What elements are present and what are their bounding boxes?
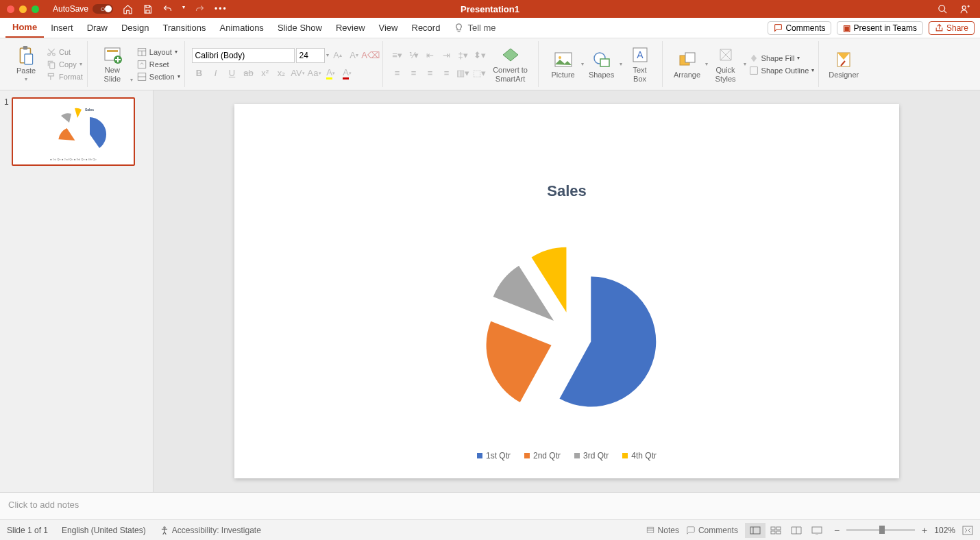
comments-status-button[interactable]: Comments bbox=[686, 526, 738, 535]
italic-button[interactable]: I bbox=[208, 66, 223, 81]
numbering-button[interactable]: ⅟▾ bbox=[406, 48, 421, 63]
reading-view-button[interactable] bbox=[786, 523, 807, 538]
align-right-button[interactable]: ≡ bbox=[423, 66, 438, 81]
cut-button[interactable]: Cut bbox=[47, 47, 83, 57]
arrange-button[interactable]: Arrange bbox=[670, 50, 705, 79]
comment-icon bbox=[686, 526, 696, 535]
normal-view-button[interactable] bbox=[745, 523, 765, 538]
slide-canvas-area[interactable]: Sales 1st Qtr 2nd Qtr 3rd Qtr 4th Qtr bbox=[154, 90, 980, 492]
tab-slideshow[interactable]: Slide Show bbox=[271, 18, 329, 38]
tab-draw[interactable]: Draw bbox=[80, 18, 114, 38]
new-slide-icon bbox=[103, 46, 122, 64]
justify-button[interactable]: ≡ bbox=[439, 66, 454, 81]
tab-home[interactable]: Home bbox=[5, 18, 44, 38]
zoom-value[interactable]: 102% bbox=[934, 526, 955, 535]
accessibility-button[interactable]: Accessibility: Investigate bbox=[160, 526, 261, 535]
paste-button[interactable]: Paste ▾ bbox=[8, 46, 44, 82]
slide[interactable]: Sales 1st Qtr 2nd Qtr 3rd Qtr 4th Qtr bbox=[234, 104, 899, 478]
decrease-indent-button[interactable]: ⇤ bbox=[423, 48, 438, 63]
tab-transitions[interactable]: Transitions bbox=[156, 18, 212, 38]
zoom-slider[interactable] bbox=[846, 529, 915, 531]
designer-button[interactable]: Designer bbox=[826, 50, 861, 79]
present-teams-button[interactable]: ▣ Present in Teams bbox=[837, 21, 923, 35]
quick-styles-button[interactable]: Quick Styles bbox=[708, 45, 744, 82]
section-button[interactable]: Section▾ bbox=[137, 72, 180, 82]
tell-me[interactable]: Tell me bbox=[454, 23, 495, 33]
cut-icon bbox=[47, 47, 56, 57]
new-slide-button[interactable]: New Slide bbox=[95, 45, 130, 82]
font-name-input[interactable] bbox=[192, 48, 295, 63]
underline-button[interactable]: U bbox=[225, 66, 240, 81]
home-icon[interactable] bbox=[123, 4, 133, 14]
shapes-button[interactable]: Shapes bbox=[584, 50, 620, 79]
copy-button[interactable]: Copy▾ bbox=[47, 60, 83, 69]
textbox-button[interactable]: A Text Box bbox=[622, 45, 658, 82]
layout-button[interactable]: Layout▾ bbox=[137, 47, 180, 57]
line-spacing-button[interactable]: ‡▾ bbox=[456, 48, 471, 63]
more-icon[interactable]: ••• bbox=[215, 4, 228, 14]
tab-record[interactable]: Record bbox=[405, 18, 448, 38]
share-icon bbox=[935, 23, 944, 32]
shape-outline-button[interactable]: Shape Outline▾ bbox=[749, 66, 815, 75]
strikethrough-button[interactable]: ab bbox=[241, 66, 256, 81]
search-icon[interactable] bbox=[938, 4, 948, 14]
slide-thumbnail-1[interactable]: Sales ■ 1st Qtr ■ 2nd Qtr ■ 3rd Qtr ■ 4t… bbox=[12, 97, 135, 166]
sorter-view-button[interactable] bbox=[765, 523, 786, 538]
superscript-button[interactable]: x² bbox=[258, 66, 273, 81]
char-spacing-button[interactable]: AV▾ bbox=[291, 66, 306, 81]
language-indicator[interactable]: English (United States) bbox=[62, 526, 146, 535]
shape-fill-button[interactable]: Shape Fill▾ bbox=[749, 53, 815, 63]
fit-icon bbox=[962, 526, 973, 535]
minimize-window[interactable] bbox=[19, 5, 27, 13]
normal-view-icon bbox=[750, 526, 761, 535]
change-case-button[interactable]: Aa▾ bbox=[307, 66, 322, 81]
autosave-toggle[interactable]: OFF bbox=[93, 4, 113, 14]
format-painter-button[interactable]: Format bbox=[47, 72, 83, 82]
font-size-input[interactable] bbox=[296, 48, 325, 63]
align-center-button[interactable]: ≡ bbox=[406, 66, 421, 81]
bold-button[interactable]: B bbox=[192, 66, 207, 81]
bullets-button[interactable]: ≡▾ bbox=[390, 48, 405, 63]
close-window[interactable] bbox=[7, 5, 14, 13]
undo-dropdown-icon[interactable]: ▾ bbox=[182, 4, 185, 14]
text-direction-button[interactable]: ⬍▾ bbox=[472, 48, 487, 63]
notes-button[interactable]: Notes bbox=[646, 526, 679, 535]
subscript-button[interactable]: x₂ bbox=[274, 66, 289, 81]
clear-formatting-button[interactable]: A⌫ bbox=[363, 48, 378, 63]
section-icon bbox=[137, 72, 147, 82]
font-color-button[interactable]: A▾ bbox=[340, 66, 355, 81]
zoom-out-button[interactable]: − bbox=[834, 525, 840, 536]
thumb-number: 1 bbox=[4, 97, 9, 166]
maximize-window[interactable] bbox=[32, 5, 39, 13]
tab-view[interactable]: View bbox=[372, 18, 405, 38]
slideshow-view-button[interactable] bbox=[807, 523, 827, 538]
increase-indent-button[interactable]: ⇥ bbox=[439, 48, 454, 63]
columns-button[interactable]: ▥▾ bbox=[456, 66, 471, 81]
picture-button[interactable]: Picture bbox=[546, 50, 581, 79]
format-painter-icon bbox=[47, 72, 56, 82]
zoom-in-button[interactable]: + bbox=[922, 525, 927, 536]
undo-icon[interactable] bbox=[162, 4, 173, 14]
svg-rect-22 bbox=[750, 66, 757, 74]
notes-pane[interactable]: Click to add notes bbox=[0, 492, 980, 519]
comments-button[interactable]: Comments bbox=[768, 21, 831, 35]
align-left-button[interactable]: ≡ bbox=[390, 66, 405, 81]
reset-button[interactable]: Reset bbox=[137, 60, 180, 69]
shape-outline-icon bbox=[749, 66, 759, 75]
highlight-button[interactable]: A▾ bbox=[323, 66, 339, 81]
decrease-font-button[interactable]: A▾ bbox=[347, 48, 362, 63]
convert-smartart-button[interactable]: Convert to SmartArt bbox=[487, 45, 534, 82]
svg-text:A: A bbox=[637, 49, 644, 60]
align-text-button[interactable]: ⬚▾ bbox=[472, 66, 487, 81]
save-icon[interactable] bbox=[143, 4, 153, 14]
tab-design[interactable]: Design bbox=[114, 18, 156, 38]
tab-insert[interactable]: Insert bbox=[44, 18, 80, 38]
redo-icon[interactable] bbox=[195, 4, 205, 14]
fit-button[interactable] bbox=[962, 526, 973, 535]
account-icon[interactable] bbox=[960, 4, 970, 14]
increase-font-button[interactable]: A▴ bbox=[330, 48, 345, 63]
tab-review[interactable]: Review bbox=[329, 18, 372, 38]
share-button[interactable]: Share bbox=[929, 21, 975, 35]
copy-icon bbox=[47, 60, 56, 69]
tab-animations[interactable]: Animations bbox=[213, 18, 271, 38]
